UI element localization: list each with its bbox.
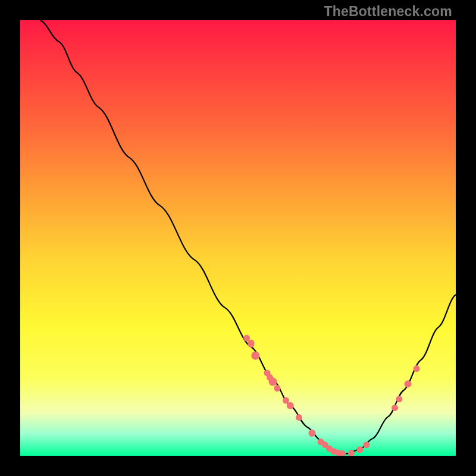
bottleneck-curve	[40, 20, 456, 453]
chart-plot-area	[20, 20, 456, 456]
data-marker	[283, 397, 289, 404]
data-marker	[414, 365, 420, 372]
data-marker	[392, 405, 398, 411]
data-marker	[363, 441, 369, 448]
data-marker	[296, 414, 302, 421]
chart-svg	[20, 20, 456, 456]
data-marker	[356, 446, 363, 453]
data-markers	[243, 335, 419, 456]
data-marker	[269, 378, 277, 386]
data-marker	[251, 352, 259, 360]
data-marker	[248, 341, 254, 347]
data-marker	[404, 380, 411, 387]
data-marker	[308, 430, 315, 437]
data-marker	[287, 402, 294, 409]
watermark-text: TheBottleneck.com	[324, 4, 452, 20]
data-marker	[396, 396, 402, 402]
data-marker	[274, 385, 280, 392]
